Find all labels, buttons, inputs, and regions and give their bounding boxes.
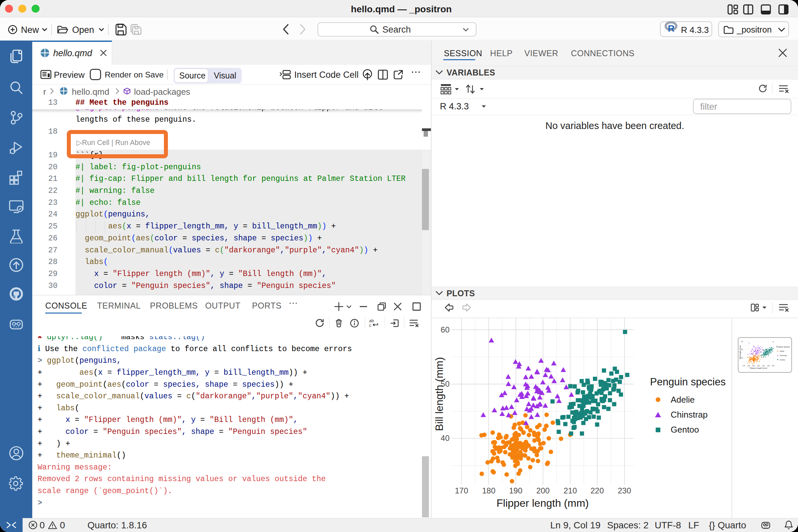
svg-text:170: 170 [455, 486, 468, 495]
svg-text:200: 200 [757, 365, 760, 367]
svg-text:170: 170 [742, 365, 745, 367]
svg-text:Chinstrap: Chinstrap [780, 355, 787, 357]
svg-text:230: 230 [618, 486, 631, 495]
svg-text:Adelie: Adelie [671, 395, 695, 405]
svg-text:40: 40 [440, 434, 450, 442]
svg-text:40: 40 [741, 357, 743, 359]
svg-text:Bill length (mm): Bill length (mm) [739, 345, 741, 359]
svg-text:Penguin species: Penguin species [776, 346, 790, 348]
svg-text:60: 60 [741, 341, 743, 342]
svg-text:Bill length (mm): Bill length (mm) [433, 357, 445, 431]
svg-text:200: 200 [536, 486, 550, 495]
svg-text:190: 190 [509, 486, 522, 495]
svg-text:Gentoo: Gentoo [780, 359, 785, 361]
svg-text:210: 210 [564, 486, 577, 495]
svg-text:Chinstrap: Chinstrap [671, 410, 707, 420]
svg-text:Flipper length (mm): Flipper length (mm) [496, 497, 589, 509]
svg-text:180: 180 [747, 365, 750, 367]
svg-text:210: 210 [762, 365, 765, 367]
svg-text:c: c [369, 323, 372, 328]
svg-text:180: 180 [482, 486, 495, 495]
svg-text:190: 190 [752, 365, 755, 367]
svg-text:Gentoo: Gentoo [671, 424, 699, 435]
svg-text:Flipper length (mm): Flipper length (mm) [750, 367, 767, 369]
svg-text:60: 60 [440, 325, 450, 334]
svg-text:Adelie: Adelie [780, 350, 784, 352]
svg-text:Penguin species: Penguin species [650, 376, 726, 388]
svg-text:230: 230 [772, 365, 774, 367]
svg-text:50: 50 [741, 349, 743, 350]
svg-text:220: 220 [767, 365, 770, 367]
svg-text:R: R [668, 23, 674, 33]
svg-text:ab: ab [369, 319, 374, 323]
svg-text:220: 220 [590, 486, 604, 495]
